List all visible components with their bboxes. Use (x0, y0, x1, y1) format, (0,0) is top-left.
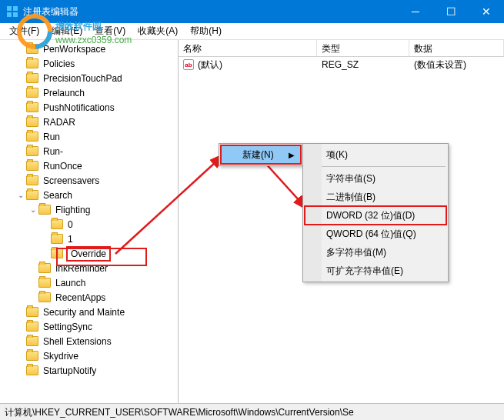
menu-view[interactable]: 查看(V) (88, 23, 132, 39)
cell-type: REG_SZ (317, 58, 409, 72)
tree-label: InkReminder (54, 263, 109, 274)
tree-node[interactable]: InkReminder (0, 261, 178, 275)
tree-label: Security and Mainte (42, 307, 126, 318)
cell-data: (数值未设置) (409, 57, 504, 73)
menu-item-qword[interactable]: QWORD (64 位)值(Q) (305, 225, 446, 243)
caret-none (40, 219, 51, 230)
tree-label: Launch (54, 278, 87, 288)
tree-label: RunOnce (42, 161, 84, 172)
menu-item-new[interactable]: 新建(N) ▶ (221, 145, 301, 164)
tree-label: Run (42, 132, 62, 142)
tree-label: StartupNotify (42, 365, 98, 376)
svg-rect-3 (13, 12, 18, 17)
folder-icon (26, 161, 38, 171)
menu-item-label: 新建(N) (242, 148, 274, 162)
tree-pane[interactable]: PenWorkspacePoliciesPrecisionTouchPadPre… (0, 40, 179, 403)
menu-edit[interactable]: 编辑(E) (45, 23, 88, 39)
tree-label: Run- (42, 146, 65, 157)
caret-none (28, 292, 38, 303)
tree-node[interactable]: Security and Mainte (0, 305, 178, 319)
tree-label: Policies (42, 58, 76, 69)
caret-expanded-icon[interactable]: ⌄ (15, 190, 26, 201)
tree-node[interactable]: Prelaunch (0, 85, 178, 100)
menu-help[interactable]: 帮助(H) (184, 23, 228, 39)
tree-node[interactable]: PrecisionTouchPad (0, 71, 178, 85)
menu-item-multi[interactable]: 多字符串值(M) (305, 243, 446, 262)
folder-icon (26, 132, 38, 142)
tree-node[interactable]: ⌄Search (0, 188, 178, 202)
caret-none (15, 132, 26, 142)
caret-none (15, 307, 26, 318)
folder-icon (26, 58, 38, 68)
tree-node[interactable]: RunOnce (0, 158, 178, 173)
folder-icon (26, 322, 38, 332)
folder-icon (26, 146, 38, 156)
col-data[interactable]: 数据 (409, 40, 504, 56)
statusbar-path: 计算机\HKEY_CURRENT_USER\SOFTWARE\Microsoft… (5, 407, 354, 418)
list-row[interactable]: ab(默认)REG_SZ(数值未设置) (179, 57, 504, 72)
folder-icon (26, 307, 38, 317)
folder-icon (26, 88, 38, 98)
tree-node[interactable]: 0 (0, 217, 178, 232)
folder-icon (38, 292, 51, 302)
folder-icon (26, 117, 38, 127)
tree-node[interactable]: Policies (0, 56, 178, 71)
menu-item-string[interactable]: 字符串值(S) (305, 169, 446, 188)
col-name[interactable]: 名称 (179, 40, 317, 56)
menu-item-dword[interactable]: DWORD (32 位)值(D) (305, 206, 446, 225)
tree-label: Prelaunch (42, 88, 86, 98)
tree-node[interactable]: RecentApps (0, 290, 178, 305)
tree-label: Override (66, 246, 111, 262)
col-type[interactable]: 类型 (317, 40, 409, 56)
tree-node[interactable]: Skydrive (0, 348, 178, 363)
minimize-button[interactable]: ─ (398, 0, 433, 23)
svg-rect-0 (7, 6, 12, 11)
caret-none (40, 248, 51, 259)
tree-label: RADAR (42, 117, 77, 128)
submenu-arrow-icon: ▶ (289, 151, 295, 159)
cell-name: ab(默认) (179, 57, 317, 73)
menu-separator (305, 166, 446, 167)
caret-none (15, 44, 26, 55)
tree-node[interactable]: Launch (0, 275, 178, 290)
menu-favorites[interactable]: 收藏夹(A) (132, 23, 184, 39)
list-header: 名称 类型 数据 (179, 40, 504, 57)
tree-node[interactable]: PenWorkspace (0, 42, 178, 56)
tree-node[interactable]: StartupNotify (0, 363, 178, 378)
tree-node[interactable]: Run- (0, 144, 178, 158)
folder-icon (26, 73, 38, 83)
caret-none (15, 146, 26, 157)
menu-item-binary[interactable]: 二进制值(B) (305, 188, 446, 206)
close-button[interactable]: ✕ (469, 0, 504, 23)
tree-node[interactable]: ⌄Flighting (0, 202, 178, 217)
folder-icon (26, 175, 38, 185)
menu-item-key[interactable]: 项(K) (305, 145, 446, 164)
tree-label: 1 (66, 234, 75, 245)
tree-label: 0 (66, 219, 75, 230)
list-pane[interactable]: 名称 类型 数据 ab(默认)REG_SZ(数值未设置) 新建(N) ▶ 项(K… (179, 40, 504, 403)
caret-none (15, 102, 26, 113)
menu-file[interactable]: 文件(F) (3, 23, 45, 39)
tree-node[interactable]: Run (0, 129, 178, 144)
tree-label: Skydrive (42, 351, 80, 362)
tree-node[interactable]: RADAR (0, 115, 178, 129)
maximize-button[interactable]: ☐ (433, 0, 469, 23)
caret-none (15, 322, 26, 332)
tree-node[interactable]: SettingSync (0, 319, 178, 334)
tree-node[interactable]: Shell Extensions (0, 334, 178, 348)
tree-node[interactable]: PushNotifications (0, 100, 178, 115)
caret-none (28, 263, 38, 274)
tree-label: Shell Extensions (42, 336, 113, 347)
caret-none (28, 278, 38, 288)
caret-expanded-icon[interactable]: ⌄ (28, 205, 38, 215)
caret-none (15, 88, 26, 98)
tree-node[interactable]: Screensavers (0, 173, 178, 188)
string-value-icon: ab (183, 59, 194, 70)
titlebar: 注册表编辑器 ─ ☐ ✕ (0, 0, 504, 23)
tree-node[interactable]: 1 (0, 232, 178, 246)
folder-icon (26, 102, 38, 112)
menu-item-expand[interactable]: 可扩充字符串值(E) (305, 262, 446, 280)
tree-node[interactable]: Override (0, 246, 178, 261)
tree-label: PenWorkspace (42, 44, 107, 55)
tree-label: PrecisionTouchPad (42, 73, 124, 84)
